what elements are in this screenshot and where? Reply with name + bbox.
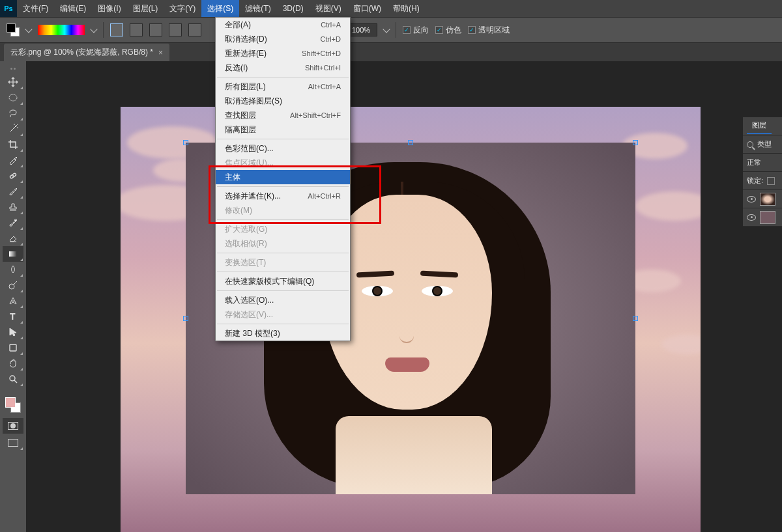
menu-item-取消选择(D)[interactable]: 取消选择(D)Ctrl+D: [216, 32, 350, 46]
tool-blur[interactable]: [3, 262, 23, 277]
toolbox-handle[interactable]: [0, 68, 26, 73]
fgbg-swatch[interactable]: [7, 23, 20, 36]
menu-图像(I)[interactable]: 图像(I): [92, 0, 126, 17]
visibility-icon[interactable]: [747, 214, 756, 221]
gradient-angle-icon[interactable]: [149, 23, 162, 36]
menu-item-色彩范围(C)...[interactable]: 色彩范围(C)...: [216, 141, 350, 156]
tool-lasso[interactable]: [3, 105, 23, 121]
dither-checkbox[interactable]: ✓仿色: [435, 25, 461, 36]
search-label: 类型: [757, 139, 772, 149]
menu-item-全部(A)[interactable]: 全部(A)Ctrl+A: [216, 18, 350, 32]
layer-search[interactable]: 类型: [743, 135, 782, 154]
menu-item-label: 新建 3D 模型(3): [225, 328, 280, 339]
tool-path[interactable]: [3, 324, 23, 340]
menu-item-查找图层[interactable]: 查找图层Alt+Shift+Ctrl+F: [216, 108, 350, 122]
menu-item-重新选择(E)[interactable]: 重新选择(E)Shift+Ctrl+D: [216, 46, 350, 61]
gradient-radial-icon[interactable]: [130, 23, 143, 36]
tool-eraser[interactable]: [3, 231, 23, 246]
color-swatch[interactable]: [5, 397, 21, 413]
layer-row[interactable]: [743, 208, 782, 227]
gradient-linear-icon[interactable]: [110, 23, 123, 36]
tool-hand[interactable]: [3, 356, 23, 371]
menu-item-label: 变换选区(T): [225, 257, 266, 268]
menu-separator: [217, 139, 349, 139]
menu-item-焦点区域(U)...: 焦点区域(U)...: [216, 156, 350, 170]
tool-zoom[interactable]: [3, 371, 23, 387]
menu-选择(S)[interactable]: 选择(S): [201, 0, 239, 17]
close-icon[interactable]: ×: [158, 48, 163, 57]
menu-item-所有图层(L)[interactable]: 所有图层(L)Alt+Ctrl+A: [216, 79, 350, 94]
menu-separator: [217, 219, 349, 220]
tool-gradient[interactable]: [3, 246, 23, 262]
svg-rect-6: [10, 344, 16, 351]
menu-item-选择并遮住(K)...[interactable]: 选择并遮住(K)...Alt+Ctrl+R: [216, 189, 350, 203]
menu-item-shortcut: Shift+Ctrl+I: [305, 64, 341, 72]
quickmask-icon[interactable]: [3, 418, 23, 434]
menu-item-label: 修改(M): [225, 205, 252, 216]
blend-mode-select[interactable]: 正常: [743, 154, 782, 172]
menu-item-在快速蒙版模式下编辑(Q)[interactable]: 在快速蒙版模式下编辑(Q): [216, 274, 350, 288]
menu-滤镜(T)[interactable]: 滤镜(T): [239, 0, 276, 17]
tool-healing[interactable]: [3, 168, 23, 184]
tool-marquee[interactable]: [3, 90, 23, 105]
menu-视图(V)[interactable]: 视图(V): [310, 0, 347, 17]
menu-item-shortcut: Alt+Shift+Ctrl+F: [290, 111, 341, 119]
workspace: [26, 61, 782, 532]
lock-row[interactable]: 锁定:: [743, 172, 782, 190]
menu-item-label: 重新选择(E): [225, 48, 267, 59]
menu-item-扩大选取(G): 扩大选取(G): [216, 222, 350, 236]
screenmode-icon[interactable]: [3, 435, 23, 451]
menu-item-反选(I)[interactable]: 反选(I)Shift+Ctrl+I: [216, 61, 350, 75]
menu-文字(Y)[interactable]: 文字(Y): [164, 0, 201, 17]
menu-图层(L)[interactable]: 图层(L): [127, 0, 164, 17]
separator: [396, 22, 396, 38]
menu-编辑(E)[interactable]: 编辑(E): [54, 0, 92, 17]
menu-item-主体[interactable]: 主体: [216, 170, 350, 184]
visibility-icon[interactable]: [747, 196, 756, 203]
option-bar: ✓反向 ✓仿色 ✓透明区域: [0, 17, 782, 43]
canvas[interactable]: [121, 107, 701, 532]
menu-item-新建 3D 模型(3)[interactable]: 新建 3D 模型(3): [216, 326, 350, 341]
menu-item-取消选择图层(S)[interactable]: 取消选择图层(S): [216, 94, 350, 108]
layers-tab[interactable]: 图层: [747, 118, 772, 134]
layer-row[interactable]: [743, 190, 782, 208]
tool-eyedropper[interactable]: [3, 152, 23, 168]
gradient-preview[interactable]: [38, 25, 85, 35]
tool-wand[interactable]: [3, 121, 23, 137]
menu-窗口(W)[interactable]: 窗口(W): [347, 0, 387, 17]
tool-history[interactable]: [3, 215, 23, 231]
chevron-down-icon[interactable]: [25, 25, 32, 33]
tool-move[interactable]: [3, 74, 23, 90]
layer-thumbnail: [760, 211, 775, 224]
tool-type[interactable]: T: [3, 309, 23, 324]
layers-panel: 图层 类型 正常 锁定:: [743, 117, 782, 227]
dither-label: 仿色: [446, 25, 461, 36]
menu-item-载入选区(O)...[interactable]: 载入选区(O)...: [216, 293, 350, 307]
select-menu-dropdown: 全部(A)Ctrl+A取消选择(D)Ctrl+D重新选择(E)Shift+Ctr…: [215, 17, 351, 341]
tool-dodge[interactable]: [3, 277, 23, 293]
menu-帮助(H)[interactable]: 帮助(H): [387, 0, 426, 17]
menu-item-隔离图层[interactable]: 隔离图层: [216, 122, 350, 137]
tool-brush[interactable]: [3, 184, 23, 199]
tool-crop[interactable]: [3, 137, 23, 152]
chevron-down-icon[interactable]: [383, 25, 390, 33]
chevron-down-icon[interactable]: [90, 25, 97, 33]
gradient-diamond-icon[interactable]: [188, 23, 201, 36]
menu-item-label: 隔离图层: [225, 124, 256, 135]
transparency-checkbox[interactable]: ✓透明区域: [468, 25, 510, 36]
document-tab[interactable]: 云彩.png @ 100% (安妮海瑟薇, RGB/8) * ×: [4, 44, 169, 61]
gradient-reflected-icon[interactable]: [169, 23, 182, 36]
menu-item-label: 查找图层: [225, 110, 256, 121]
menu-文件(F)[interactable]: 文件(F): [17, 0, 54, 17]
layer-thumbnail: [760, 193, 775, 206]
tool-pen[interactable]: [3, 293, 23, 309]
tool-shape[interactable]: [3, 340, 23, 356]
menu-item-shortcut: Alt+Ctrl+A: [308, 83, 341, 91]
menu-item-label: 存储选区(V)...: [225, 309, 273, 320]
toolbox: T: [0, 61, 26, 532]
menu-3D(D)[interactable]: 3D(D): [277, 0, 310, 17]
svg-rect-3: [9, 251, 17, 257]
reverse-checkbox[interactable]: ✓反向: [403, 25, 429, 36]
menu-separator: [217, 253, 349, 253]
tool-stamp[interactable]: [3, 199, 23, 215]
